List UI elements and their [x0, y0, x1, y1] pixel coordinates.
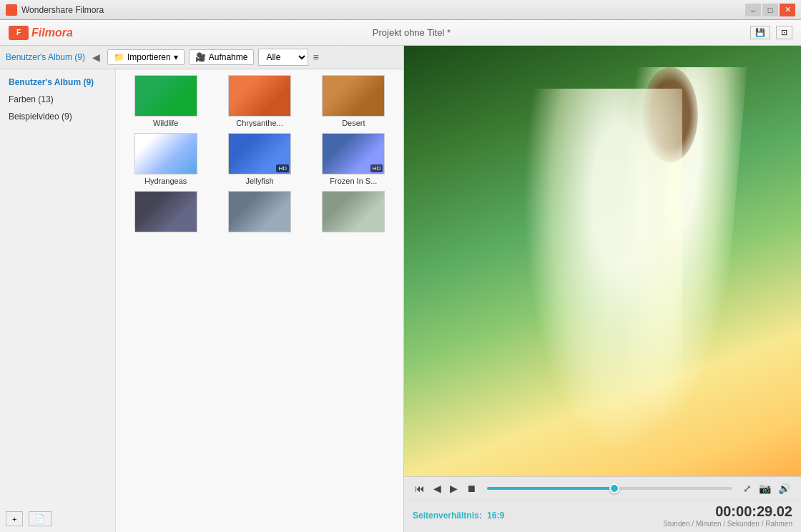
sidebar: Benutzer's Album (9) Farben (13) Beispie…	[0, 69, 116, 532]
list-item[interactable]	[310, 191, 398, 235]
media-thumb-r3b	[228, 191, 291, 232]
titlebar: Wondershare Filmora – □ ✕	[0, 0, 801, 20]
close-button[interactable]: ✕	[780, 4, 795, 16]
logo-icon: F	[9, 26, 29, 40]
list-item[interactable]	[215, 191, 303, 235]
list-item[interactable]: HD Frozen In S...	[310, 133, 398, 185]
timecode-area: 00:00:29.02 Stunden / Minuten / Sekunden…	[663, 503, 792, 528]
save-button[interactable]: 💾	[750, 26, 770, 39]
sidebar-item-farben[interactable]: Farben (13)	[0, 91, 115, 108]
sidebar-action-2[interactable]: 📄	[29, 511, 51, 526]
media-label: Desert	[342, 119, 365, 127]
list-item[interactable]: Desert	[310, 75, 398, 127]
media-label: Wildlife	[153, 119, 178, 127]
header-actions: 💾 ⊡	[750, 26, 792, 39]
preview-info: Seitenverhältnis: 16:9 00:00:29.02 Stund…	[404, 500, 801, 532]
left-inner: Benutzer's Album (9) Farben (13) Beispie…	[0, 69, 403, 532]
media-thumb-r3a	[134, 191, 197, 232]
media-label: Hydrangeas	[144, 177, 187, 185]
skip-back-button[interactable]: ⏮	[413, 481, 427, 496]
app-title: Wondershare Filmora	[21, 5, 104, 15]
aspect-ratio: Seitenverhältnis: 16:9	[413, 511, 504, 521]
list-item[interactable]	[122, 191, 210, 235]
album-link[interactable]: Benutzer's Album (9)	[6, 52, 85, 62]
preview-image	[404, 46, 801, 476]
snapshot-button[interactable]: 📷	[757, 481, 773, 496]
timecode-label: Stunden / Minuten / Sekunden / Rahmen	[663, 520, 792, 528]
media-thumb-desert	[322, 75, 385, 117]
sidebar-action-1[interactable]: +	[6, 511, 23, 526]
media-thumb-jellyfish: HD	[228, 133, 291, 174]
play-button[interactable]: ▶	[448, 481, 460, 496]
sidebar-item-album[interactable]: Benutzer's Album (9)	[0, 74, 115, 91]
project-title: Projekt ohne Titel *	[373, 27, 451, 38]
logo: F Filmora	[9, 26, 73, 40]
preview-controls: ⏮ ◀ ▶ ⏹ ⤢ 📷 🔊	[404, 476, 801, 500]
app-body: Benutzer's Album (9) ◀ 📁 Importieren ▾ 🎥…	[0, 46, 801, 532]
app-icon	[6, 4, 17, 16]
preview-ctrl-icons: ⤢ 📷 🔊	[741, 481, 792, 496]
main-header: F Filmora Projekt ohne Titel * 💾 ⊡	[0, 20, 801, 46]
fullscreen-preview-button[interactable]: ⤢	[741, 481, 754, 496]
media-thumb-hydrangeas	[134, 133, 197, 174]
maximize-button[interactable]: □	[762, 4, 778, 16]
media-thumb-chrysanthe	[228, 75, 291, 117]
stop-button[interactable]: ⏹	[464, 481, 478, 496]
progress-fill	[487, 487, 614, 490]
volume-button[interactable]: 🔊	[776, 481, 792, 496]
media-label: Chrysanthe...	[236, 119, 282, 127]
titlebar-left: Wondershare Filmora	[6, 4, 104, 16]
media-label: Frozen In S...	[330, 177, 377, 185]
import-chevron-icon: ▾	[174, 52, 178, 62]
nav-back-button[interactable]: ◀	[89, 51, 103, 63]
record-button[interactable]: 🎥 Aufnahme	[189, 49, 255, 65]
import-button[interactable]: 📁 Importieren ▾	[107, 49, 185, 65]
media-thumb-wildlife	[134, 75, 197, 117]
import-icon: 📁	[114, 52, 124, 62]
sidebar-bottom-actions: + 📄	[6, 511, 51, 526]
step-back-button[interactable]: ◀	[431, 481, 443, 496]
minimize-button[interactable]: –	[745, 4, 761, 16]
list-item[interactable]: HD Jellyfish	[215, 133, 303, 185]
left-panel: Benutzer's Album (9) ◀ 📁 Importieren ▾ 🎥…	[0, 46, 404, 532]
fullscreen-button[interactable]: ⊡	[776, 26, 792, 39]
media-label-jellyfish: Jellyfish	[245, 177, 273, 185]
progress-bar[interactable]	[487, 487, 732, 490]
list-item[interactable]: Wildlife	[122, 75, 210, 127]
filter-select[interactable]: Alle Video Foto Audio	[258, 49, 308, 66]
media-thumb-frozen: HD	[322, 133, 385, 174]
progress-thumb	[609, 483, 619, 493]
preview-area	[404, 46, 801, 476]
window-controls: – □ ✕	[745, 4, 795, 16]
menu-button[interactable]: ≡	[313, 51, 318, 63]
right-panel: ⏮ ◀ ▶ ⏹ ⤢ 📷 🔊 Seitenverhältnis: 16:9 00:…	[404, 46, 801, 532]
logo-text: Filmora	[31, 26, 73, 39]
record-icon: 🎥	[195, 52, 206, 62]
media-grid: Wildlife Chrysanthe... Desert	[116, 69, 403, 532]
list-item[interactable]: Hydrangeas	[122, 133, 210, 185]
sidebar-item-beispiel[interactable]: Beispielvideo (9)	[0, 108, 115, 125]
list-item[interactable]: Chrysanthe...	[215, 75, 303, 127]
media-thumb-r3c	[322, 191, 385, 232]
media-toolbar: Benutzer's Album (9) ◀ 📁 Importieren ▾ 🎥…	[0, 46, 403, 69]
timecode: 00:00:29.02	[663, 503, 792, 520]
